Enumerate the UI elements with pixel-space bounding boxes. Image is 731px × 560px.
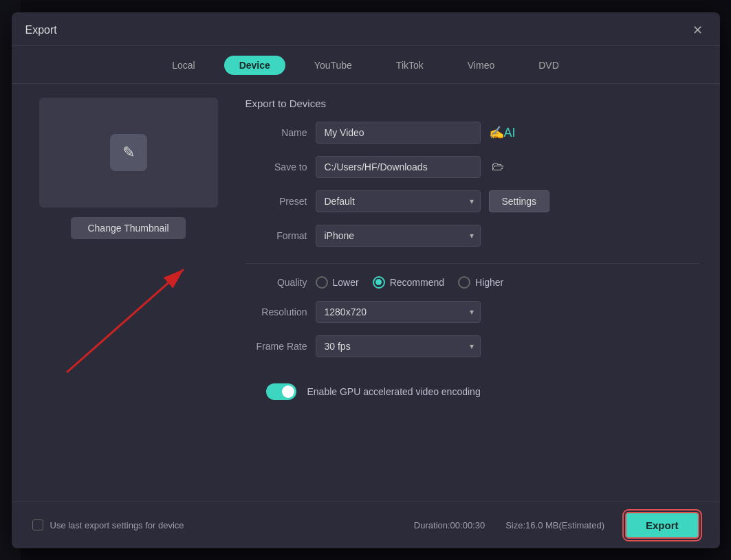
use-last-label: Use last export settings for device xyxy=(50,520,184,530)
format-label: Format xyxy=(246,230,307,241)
size-label: Size:16.0 MB(Estimated) xyxy=(505,520,604,530)
tab-device[interactable]: Device xyxy=(224,56,285,75)
resolution-select[interactable]: 1280x720 xyxy=(316,301,481,323)
framerate-select-wrapper: 30 fps ▾ xyxy=(316,335,481,357)
save-to-input[interactable] xyxy=(316,156,481,178)
save-to-label: Save to xyxy=(246,161,307,172)
quality-lower-option[interactable]: Lower xyxy=(316,276,359,289)
quality-higher-label: Higher xyxy=(475,277,503,288)
name-row: Name ✍AI xyxy=(246,122,699,144)
format-row: Format iPhone ▾ xyxy=(246,225,699,247)
format-select-wrapper: iPhone ▾ xyxy=(316,225,481,247)
right-panel: Export to Devices Name ✍AI Save to 🗁 xyxy=(246,98,699,488)
tab-vimeo[interactable]: Vimeo xyxy=(452,56,510,75)
gpu-toggle[interactable] xyxy=(266,383,296,400)
ai-icon[interactable]: ✍AI xyxy=(489,125,516,140)
export-button[interactable]: Export xyxy=(625,512,699,539)
framerate-label: Frame Rate xyxy=(246,341,307,352)
gpu-toggle-label: Enable GPU accelerated video encoding xyxy=(307,386,481,397)
name-label: Name xyxy=(246,127,307,138)
resolution-select-wrapper: 1280x720 ▾ xyxy=(316,301,481,323)
title-bar: Export ✕ xyxy=(12,12,720,46)
quality-recommend-radio[interactable] xyxy=(373,276,385,289)
quality-higher-radio[interactable] xyxy=(458,276,470,289)
folder-icon: 🗁 xyxy=(492,159,504,173)
use-last-settings: Use last export settings for device xyxy=(32,519,184,530)
dialog-title: Export xyxy=(25,24,57,36)
left-panel: ✎ Change Thumbnail xyxy=(32,98,225,488)
arrow-annotation xyxy=(32,249,225,400)
preset-select-wrapper: Default ▾ xyxy=(316,190,481,212)
quality-higher-option[interactable]: Higher xyxy=(458,276,503,289)
footer: Use last export settings for device Dura… xyxy=(12,502,720,548)
change-thumbnail-button[interactable]: Change Thumbnail xyxy=(71,217,185,239)
modal-overlay: Export ✕ Local Device YouTube TikTok Vim… xyxy=(0,0,731,560)
section-divider xyxy=(246,263,699,264)
content-area: ✎ Change Thumbnail xyxy=(12,84,720,502)
quality-recommend-label: Recommend xyxy=(390,277,444,288)
framerate-row: Frame Rate 30 fps ▾ xyxy=(246,335,699,357)
footer-info: Duration:00:00:30 Size:16.0 MB(Estimated… xyxy=(414,512,699,539)
resolution-row: Resolution 1280x720 ▾ xyxy=(246,301,699,323)
browse-folder-button[interactable]: 🗁 xyxy=(489,157,507,177)
gpu-toggle-row: Enable GPU accelerated video encoding xyxy=(266,383,699,400)
quality-options: Lower Recommend Higher xyxy=(316,276,504,289)
thumbnail-icon: ✎ xyxy=(110,134,147,171)
preset-row: Preset Default ▾ Settings xyxy=(246,190,699,212)
export-dialog: Export ✕ Local Device YouTube TikTok Vim… xyxy=(12,12,720,548)
use-last-checkbox[interactable] xyxy=(32,519,43,530)
section-title: Export to Devices xyxy=(246,98,699,109)
quality-row: Quality Lower Recommend Higher xyxy=(246,276,699,289)
format-select[interactable]: iPhone xyxy=(316,225,481,247)
tabs-container: Local Device YouTube TikTok Vimeo DVD xyxy=(12,46,720,84)
thumbnail-preview: ✎ xyxy=(39,98,218,208)
quality-lower-radio[interactable] xyxy=(316,276,328,289)
tab-youtube[interactable]: YouTube xyxy=(299,56,367,75)
settings-button[interactable]: Settings xyxy=(489,190,550,212)
framerate-select[interactable]: 30 fps xyxy=(316,335,481,357)
tab-tiktok[interactable]: TikTok xyxy=(381,56,439,75)
toggle-knob xyxy=(282,385,294,398)
pencil-icon: ✎ xyxy=(122,144,135,161)
quality-recommend-option[interactable]: Recommend xyxy=(373,276,444,289)
tab-local[interactable]: Local xyxy=(157,56,210,75)
quality-lower-label: Lower xyxy=(333,277,359,288)
preset-label: Preset xyxy=(246,196,307,207)
quality-label: Quality xyxy=(246,277,307,288)
resolution-label: Resolution xyxy=(246,306,307,317)
tab-dvd[interactable]: DVD xyxy=(523,56,574,75)
close-button[interactable]: ✕ xyxy=(690,22,706,38)
arrow-svg xyxy=(25,249,232,400)
svg-line-1 xyxy=(67,269,184,372)
duration-label: Duration:00:00:30 xyxy=(414,520,485,530)
name-input[interactable] xyxy=(316,122,481,144)
preset-select[interactable]: Default xyxy=(316,190,481,212)
save-to-row: Save to 🗁 xyxy=(246,156,699,178)
